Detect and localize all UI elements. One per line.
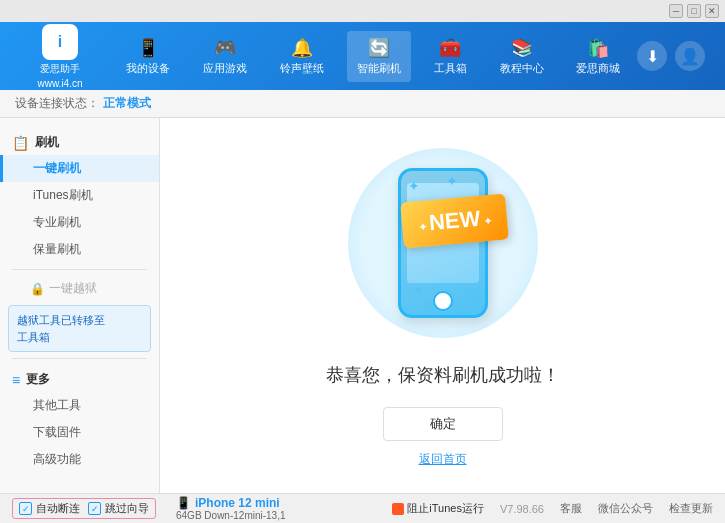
sidebar-item-download-firmware[interactable]: 下载固件 <box>0 419 159 446</box>
sidebar-locked-jailbreak: 🔒 一键越狱 <box>0 276 159 301</box>
logo-name: 爱思助手 <box>40 62 80 76</box>
sidebar-locked-label: 一键越狱 <box>49 280 97 297</box>
maximize-button[interactable]: □ <box>687 4 701 18</box>
nav-app-game-icon: 🎮 <box>211 37 239 59</box>
nav-fan-city-label: 爱思商城 <box>576 61 620 76</box>
sidebar-item-itunes-flash[interactable]: iTunes刷机 <box>0 182 159 209</box>
device-info: 📱 iPhone 12 mini 64GB Down-12mini-13,1 <box>176 496 286 521</box>
logo-area[interactable]: i 爱思助手 www.i4.cn <box>10 24 110 89</box>
nav-ringtone[interactable]: 🔔 铃声壁纸 <box>270 31 334 82</box>
nav-smart-flash[interactable]: 🔄 智能刷机 <box>347 31 411 82</box>
bottom-left: ✓ 自动断连 ✓ 跳过向导 📱 iPhone 12 mini 64GB Down… <box>12 496 286 521</box>
sidebar-info-jailbreak: 越狱工具已转移至 工具箱 <box>8 305 151 352</box>
main-layout: 📋 刷机 一键刷机 iTunes刷机 专业刷机 保量刷机 🔒 一键越狱 越狱工具… <box>0 118 725 493</box>
sidebar-divider-2 <box>12 358 147 359</box>
auto-close-checkbox[interactable]: ✓ 自动断连 <box>19 501 80 516</box>
sidebar-item-pro-flash[interactable]: 专业刷机 <box>0 209 159 236</box>
close-button[interactable]: ✕ <box>705 4 719 18</box>
sidebar-divider-1 <box>12 269 147 270</box>
nav-bar: 📱 我的设备 🎮 应用游戏 🔔 铃声壁纸 🔄 智能刷机 🧰 工具箱 📚 教程中心… <box>110 31 637 82</box>
nav-tutorial[interactable]: 📚 教程中心 <box>490 31 554 82</box>
sidebar-group-more-icon: ≡ <box>12 372 20 388</box>
sparkle-3: ✦ <box>413 282 425 298</box>
success-message: 恭喜您，保资料刷机成功啦！ <box>326 363 560 387</box>
status-bar: 设备连接状态： 正常模式 <box>0 90 725 118</box>
auto-close-label: 自动断连 <box>36 501 80 516</box>
sidebar-group-more-label: 更多 <box>26 371 50 388</box>
stop-itunes-label: 阻止iTunes运行 <box>407 501 484 516</box>
device-icon: 📱 <box>176 496 191 510</box>
nav-ringtone-label: 铃声壁纸 <box>280 61 324 76</box>
logo-icon: i <box>42 24 78 60</box>
nav-my-device[interactable]: 📱 我的设备 <box>116 31 180 82</box>
nav-tutorial-icon: 📚 <box>508 37 536 59</box>
success-illustration: NEW ✦ ✦ ✦ <box>343 143 543 343</box>
sidebar-group-flash-label: 刷机 <box>35 134 59 151</box>
home-link[interactable]: 返回首页 <box>419 451 467 468</box>
confirm-button[interactable]: 确定 <box>383 407 503 441</box>
stop-icon <box>392 503 404 515</box>
sidebar-item-advanced[interactable]: 高级功能 <box>0 446 159 473</box>
sidebar-group-flash-icon: 📋 <box>12 135 29 151</box>
sparkle-1: ✦ <box>408 178 420 194</box>
nav-ringtone-icon: 🔔 <box>288 37 316 59</box>
status-label: 设备连接状态： <box>15 95 99 112</box>
phone-button <box>433 291 453 311</box>
nav-fan-city-icon: 🛍️ <box>584 37 612 59</box>
nav-my-device-icon: 📱 <box>134 37 162 59</box>
nav-smart-flash-icon: 🔄 <box>365 37 393 59</box>
skip-wizard-check-icon: ✓ <box>88 502 101 515</box>
nav-tutorial-label: 教程中心 <box>500 61 544 76</box>
nav-toolbox[interactable]: 🧰 工具箱 <box>424 31 477 82</box>
download-button[interactable]: ⬇ <box>637 41 667 71</box>
device-details: 64GB Down-12mini-13,1 <box>176 510 286 521</box>
sidebar-item-one-click-flash[interactable]: 一键刷机 <box>0 155 159 182</box>
check-update-link[interactable]: 检查更新 <box>669 501 713 516</box>
phone-container: NEW ✦ ✦ ✦ <box>398 168 488 318</box>
sidebar: 📋 刷机 一键刷机 iTunes刷机 专业刷机 保量刷机 🔒 一键越狱 越狱工具… <box>0 118 160 493</box>
nav-app-game[interactable]: 🎮 应用游戏 <box>193 31 257 82</box>
title-bar: ─ □ ✕ <box>0 0 725 22</box>
sidebar-group-flash: 📋 刷机 <box>0 130 159 155</box>
nav-app-game-label: 应用游戏 <box>203 61 247 76</box>
sidebar-item-other-tools[interactable]: 其他工具 <box>0 392 159 419</box>
logo-url: www.i4.cn <box>37 78 82 89</box>
bottom-bar: ✓ 自动断连 ✓ 跳过向导 📱 iPhone 12 mini 64GB Down… <box>0 493 725 523</box>
header: i 爱思助手 www.i4.cn 📱 我的设备 🎮 应用游戏 🔔 铃声壁纸 🔄 … <box>0 22 725 90</box>
status-value: 正常模式 <box>103 95 151 112</box>
bottom-right: 阻止iTunes运行 V7.98.66 客服 微信公众号 检查更新 <box>392 501 713 516</box>
device-name: 📱 iPhone 12 mini <box>176 496 286 510</box>
minimize-button[interactable]: ─ <box>669 4 683 18</box>
sidebar-item-save-flash[interactable]: 保量刷机 <box>0 236 159 263</box>
new-badge: NEW <box>400 193 509 248</box>
nav-fan-city[interactable]: 🛍️ 爱思商城 <box>566 31 630 82</box>
skip-wizard-checkbox[interactable]: ✓ 跳过向导 <box>88 501 149 516</box>
stop-itunes-button[interactable]: 阻止iTunes运行 <box>392 501 484 516</box>
version-text: V7.98.66 <box>500 503 544 515</box>
sparkle-2: ✦ <box>446 173 458 189</box>
content-area: NEW ✦ ✦ ✦ 恭喜您，保资料刷机成功啦！ 确定 返回首页 <box>160 118 725 493</box>
header-right: ⬇ 👤 <box>637 41 715 71</box>
sidebar-group-more: ≡ 更多 <box>0 367 159 392</box>
nav-toolbox-icon: 🧰 <box>436 37 464 59</box>
user-button[interactable]: 👤 <box>675 41 705 71</box>
nav-smart-flash-label: 智能刷机 <box>357 61 401 76</box>
support-link[interactable]: 客服 <box>560 501 582 516</box>
auto-close-check-icon: ✓ <box>19 502 32 515</box>
lock-icon: 🔒 <box>30 282 45 296</box>
skip-wizard-label: 跳过向导 <box>105 501 149 516</box>
nav-my-device-label: 我的设备 <box>126 61 170 76</box>
wechat-link[interactable]: 微信公众号 <box>598 501 653 516</box>
nav-toolbox-label: 工具箱 <box>434 61 467 76</box>
